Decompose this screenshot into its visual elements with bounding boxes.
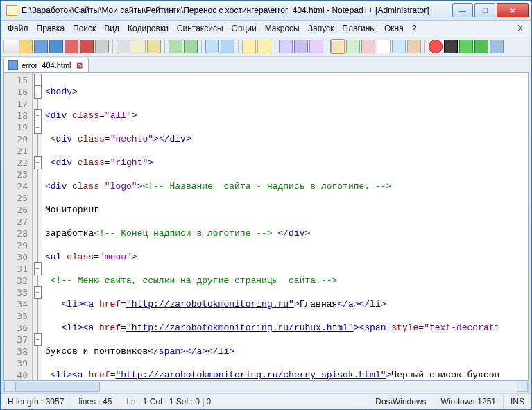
close-button[interactable]: ✕ <box>497 3 529 17</box>
toolbar-sep <box>112 40 113 53</box>
copy-icon[interactable] <box>132 40 146 53</box>
menu-edit[interactable]: Правка <box>33 22 69 35</box>
macro-play-icon[interactable] <box>459 40 473 53</box>
status-encoding[interactable]: Windows-1251 <box>434 394 504 409</box>
menubar: Файл Правка Поиск Вид Кодировки Синтакси… <box>1 21 531 36</box>
menu-search[interactable]: Поиск <box>69 22 100 35</box>
indent-guide-icon[interactable] <box>361 40 375 53</box>
cut-icon[interactable] <box>117 40 130 53</box>
statusbar: H length : 3057 lines : 45 Ln : 1 Col : … <box>1 393 531 409</box>
status-lines: lines : 45 <box>71 394 119 409</box>
zoom-in-icon[interactable] <box>242 40 256 53</box>
menu-syntax[interactable]: Синтаксисы <box>173 22 228 35</box>
macro-save-icon[interactable] <box>490 40 504 53</box>
menu-file[interactable]: Файл <box>3 22 33 35</box>
minimize-button[interactable]: — <box>452 3 473 17</box>
redo-icon[interactable] <box>184 40 198 53</box>
maximize-button[interactable]: ☐ <box>474 3 495 17</box>
toolbar-sep <box>201 40 202 53</box>
status-position: Ln : 1 Col : 1 Sel : 0 | 0 <box>119 394 368 409</box>
sync-v-icon[interactable] <box>279 40 293 53</box>
toolbar-sep <box>275 40 275 53</box>
doc-map-icon[interactable] <box>392 40 406 53</box>
menu-help[interactable]: ? <box>408 22 421 35</box>
menu-windows[interactable]: Окна <box>380 22 408 35</box>
show-symbol-icon[interactable] <box>309 40 323 53</box>
toolbar-sep <box>238 40 239 53</box>
new-file-icon[interactable] <box>3 40 17 53</box>
menu-encoding[interactable]: Кодировки <box>123 22 173 35</box>
app-window: E:\Заработок\Сайты\Мои сайты\Рейтинги\Пе… <box>0 0 532 410</box>
editor-area[interactable]: 1516171819202122232425262728293031323334… <box>3 72 529 381</box>
file-tab[interactable]: error_404.html ⊠ <box>3 58 89 72</box>
open-file-icon[interactable] <box>19 40 33 53</box>
save-icon[interactable] <box>34 40 48 53</box>
replace-icon[interactable] <box>221 40 234 53</box>
folder-view-icon[interactable] <box>407 40 421 53</box>
tab-bar: error_404.html ⊠ <box>1 57 531 72</box>
toolbar-sep <box>424 40 425 53</box>
code-content[interactable]: <body> <div class="all"> <div class="nec… <box>42 73 528 380</box>
sync-h-icon[interactable] <box>294 40 308 53</box>
close-all-icon[interactable] <box>80 40 94 53</box>
line-number-gutter: 1516171819202122232425262728293031323334… <box>4 73 33 380</box>
toolbar-sep <box>327 40 327 53</box>
macro-play-multi-icon[interactable] <box>474 40 488 53</box>
scroll-right-icon[interactable] <box>517 382 528 392</box>
status-eol[interactable]: Dos\Windows <box>368 394 434 409</box>
file-icon <box>8 60 18 70</box>
status-length: H length : 3057 <box>1 394 71 409</box>
app-icon <box>6 5 17 16</box>
toolbar-sep <box>164 40 165 53</box>
paste-icon[interactable] <box>147 40 161 53</box>
status-mode[interactable]: INS <box>504 394 531 409</box>
menu-plugins[interactable]: Плагины <box>338 22 380 35</box>
close-file-icon[interactable] <box>65 40 78 53</box>
menu-run[interactable]: Запуск <box>304 22 338 35</box>
zoom-out-icon[interactable] <box>257 40 271 53</box>
toolbar <box>1 36 531 57</box>
menu-options[interactable]: Опции <box>228 22 261 35</box>
menu-x[interactable]: X <box>512 22 529 35</box>
function-list-icon[interactable] <box>377 40 391 53</box>
tab-close-icon[interactable]: ⊠ <box>75 61 84 70</box>
window-title: E:\Заработок\Сайты\Мои сайты\Рейтинги\Пе… <box>22 6 452 15</box>
scroll-left-icon[interactable] <box>4 382 15 392</box>
tab-label: error_404.html <box>22 61 71 69</box>
horizontal-scrollbar[interactable] <box>3 381 529 393</box>
macro-record-icon[interactable] <box>429 40 443 53</box>
find-icon[interactable] <box>205 40 219 53</box>
undo-icon[interactable] <box>169 40 182 53</box>
menu-view[interactable]: Вид <box>100 22 123 35</box>
show-all-chars-icon[interactable] <box>346 40 360 53</box>
macro-stop-icon[interactable] <box>444 40 458 53</box>
scrollbar-thumb[interactable] <box>15 382 100 392</box>
titlebar[interactable]: E:\Заработок\Сайты\Мои сайты\Рейтинги\Пе… <box>1 1 531 21</box>
menu-macro[interactable]: Макросы <box>261 22 304 35</box>
word-wrap-icon[interactable] <box>331 40 345 53</box>
fold-column[interactable]: −−−−−−−− <box>33 73 42 380</box>
print-icon[interactable] <box>95 40 109 53</box>
save-all-icon[interactable] <box>49 40 63 53</box>
